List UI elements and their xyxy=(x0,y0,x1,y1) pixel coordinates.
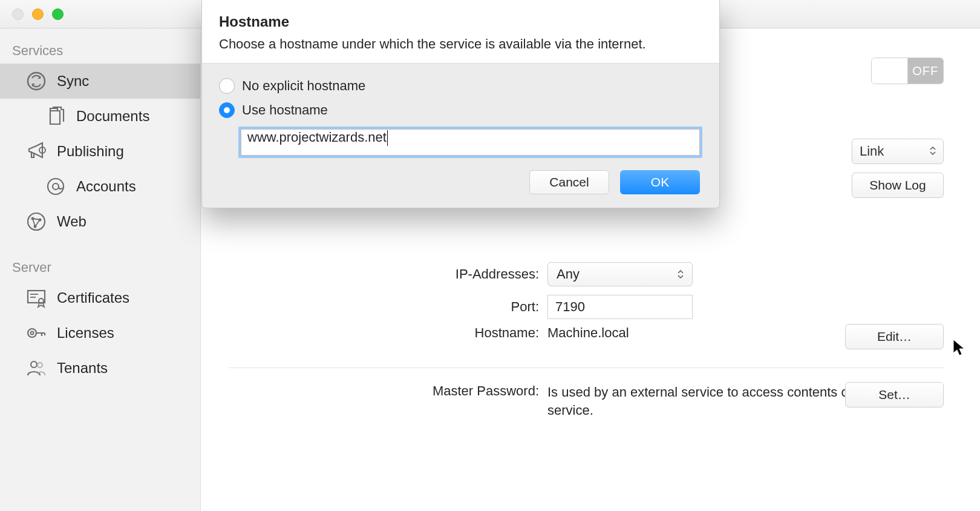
sidebar-item-web[interactable]: Web xyxy=(0,204,200,239)
sidebar-item-label: Certificates xyxy=(57,289,129,306)
sidebar-item-label: Tenants xyxy=(57,360,108,377)
documents-icon xyxy=(44,104,68,128)
sidebar-item-label: Publishing xyxy=(57,143,124,160)
zoom-dot[interactable] xyxy=(52,8,64,20)
hostname-dialog: Hostname Choose a hostname under which t… xyxy=(201,0,720,208)
radio-icon xyxy=(219,102,235,118)
sidebar-item-sync[interactable]: Sync xyxy=(0,64,200,99)
close-dot[interactable] xyxy=(12,8,24,20)
sidebar-item-label: Sync xyxy=(57,73,89,90)
radio-label: Use hostname xyxy=(242,102,328,118)
sidebar-item-accounts[interactable]: Accounts xyxy=(0,169,200,204)
dialog-title: Hostname xyxy=(219,13,702,30)
svg-point-2 xyxy=(48,179,64,194)
sidebar-item-tenants[interactable]: Tenants xyxy=(0,351,200,386)
hostname-input-value: www.projectwizards.net xyxy=(247,130,387,145)
minimize-dot[interactable] xyxy=(32,8,44,20)
hostname-label: Hostname: xyxy=(229,325,547,341)
at-sign-icon xyxy=(44,174,68,199)
key-icon xyxy=(24,321,48,345)
sidebar-item-certificates[interactable]: Certificates xyxy=(0,280,200,315)
mouse-cursor-icon xyxy=(952,338,967,360)
sidebar-item-label: Web xyxy=(57,213,87,230)
ip-addresses-value: Any xyxy=(557,266,580,282)
certificate-icon xyxy=(24,286,48,310)
ok-button[interactable]: OK xyxy=(620,170,700,194)
ip-addresses-row: IP-Addresses: Any xyxy=(229,262,693,286)
port-row: Port: 7190 xyxy=(229,295,693,319)
sidebar-item-label: Documents xyxy=(76,108,149,125)
link-dropdown-label: Link xyxy=(860,143,884,159)
sidebar-item-licenses[interactable]: Licenses xyxy=(0,315,200,351)
svg-point-12 xyxy=(28,329,36,337)
set-label: Set… xyxy=(878,387,910,402)
megaphone-icon xyxy=(24,139,48,163)
hostname-row: Hostname: Machine.local xyxy=(229,325,629,341)
set-password-button[interactable]: Set… xyxy=(845,382,944,407)
sidebar-item-label: Accounts xyxy=(76,178,136,195)
show-log-label: Show Log xyxy=(869,178,926,193)
chevron-updown-icon xyxy=(930,146,936,157)
dialog-header: Hostname Choose a hostname under which t… xyxy=(202,0,719,64)
port-input[interactable]: 7190 xyxy=(547,295,693,319)
window-controls xyxy=(12,8,64,20)
toggle-off-label: OFF xyxy=(908,58,944,84)
sidebar-item-documents[interactable]: Documents xyxy=(0,99,200,134)
dialog-body: No explicit hostname Use hostname www.pr… xyxy=(202,64,719,208)
dialog-description: Choose a hostname under which the servic… xyxy=(219,36,702,52)
ip-addresses-select[interactable]: Any xyxy=(547,262,693,286)
web-icon xyxy=(24,209,48,234)
sync-icon xyxy=(24,69,48,93)
hostname-input-wrap: www.projectwizards.net xyxy=(238,127,702,158)
radio-icon xyxy=(219,78,235,94)
port-value: 7190 xyxy=(555,299,585,315)
sidebar-section-services: Services xyxy=(0,39,200,64)
svg-point-3 xyxy=(53,183,59,190)
dialog-buttons: Cancel OK xyxy=(219,170,702,194)
show-log-button[interactable]: Show Log xyxy=(852,173,944,198)
svg-point-14 xyxy=(31,361,37,368)
edit-hostname-button[interactable]: Edit… xyxy=(845,324,944,349)
hostname-input[interactable]: www.projectwizards.net xyxy=(241,129,700,156)
radio-no-explicit[interactable]: No explicit hostname xyxy=(219,78,702,94)
hostname-value: Machine.local xyxy=(547,325,629,341)
text-caret xyxy=(387,130,388,146)
radio-use-hostname[interactable]: Use hostname xyxy=(219,102,702,118)
sidebar-item-publishing[interactable]: Publishing xyxy=(0,134,200,169)
svg-point-15 xyxy=(38,363,42,368)
cancel-button[interactable]: Cancel xyxy=(529,170,609,194)
service-toggle[interactable]: OFF xyxy=(871,58,944,84)
svg-point-4 xyxy=(28,213,45,230)
port-label: Port: xyxy=(229,299,547,315)
divider xyxy=(229,368,944,368)
svg-point-13 xyxy=(31,332,34,335)
link-dropdown[interactable]: Link xyxy=(852,139,944,164)
tenants-icon xyxy=(24,356,48,380)
svg-rect-8 xyxy=(28,291,45,303)
sidebar-section-server: Server xyxy=(0,256,200,280)
edit-label: Edit… xyxy=(877,329,912,344)
cancel-label: Cancel xyxy=(549,175,589,190)
ip-addresses-label: IP-Addresses: xyxy=(229,266,547,282)
master-password-row: Master Password: Is used by an external … xyxy=(229,383,916,419)
sidebar-item-label: Licenses xyxy=(57,325,114,341)
chevron-updown-icon xyxy=(678,269,684,279)
toggle-off-left xyxy=(872,58,908,84)
master-password-label: Master Password: xyxy=(229,383,547,399)
ok-label: OK xyxy=(651,175,669,190)
radio-label: No explicit hostname xyxy=(242,78,365,94)
sidebar: Services Sync Documents Publishing Accou… xyxy=(0,28,201,511)
